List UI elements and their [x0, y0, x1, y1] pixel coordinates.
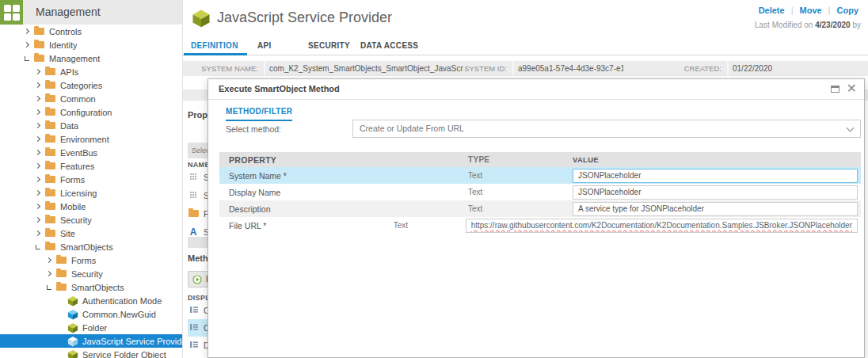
sidebar-item-authentication-mode[interactable]: Authentication Mode [0, 294, 182, 307]
expand-icon[interactable] [35, 70, 45, 74]
sidebar-item-management[interactable]: Management [0, 51, 182, 65]
sidebar-item-common[interactable]: Common [0, 92, 182, 105]
sidebar-item-common-newguid[interactable]: Common.NewGuid [0, 307, 182, 321]
folder-icon [45, 68, 55, 75]
sidebar-item-service-folder-object[interactable]: Service Folder Object [0, 348, 182, 358]
collapse-icon[interactable] [24, 56, 34, 61]
expand-icon[interactable] [46, 258, 56, 262]
sidebar-item-label: Forms [71, 256, 96, 265]
value-cell: https://raw.githubusercontent.com/K2Docu… [466, 219, 861, 233]
sidebar-item-environment[interactable]: Environment [0, 132, 182, 146]
info-value: com_K2_System_SmartObjects_SmartObject_J… [264, 61, 463, 76]
sidebar-item-label: Management [49, 54, 100, 63]
tab-api[interactable]: API [257, 38, 272, 55]
delete-button[interactable]: Delete [759, 6, 785, 15]
sidebar-item-label: JavaScript Service Provider [82, 337, 182, 346]
sidebar-title: Management [23, 0, 182, 25]
collapse-icon[interactable] [35, 245, 45, 249]
property-cell: System Name * [219, 171, 468, 181]
sidebar-item-configuration[interactable]: Configuration [0, 105, 182, 119]
info-label: CREATED: [623, 61, 727, 76]
expand-icon[interactable] [35, 150, 45, 154]
header-actions: Delete | Move | Copy [759, 6, 858, 15]
value-input[interactable]: A service type for JSONPlaceholder [573, 202, 858, 216]
expand-icon[interactable] [35, 204, 45, 208]
expand-icon[interactable] [24, 43, 34, 47]
smartobject-cube-icon [67, 349, 78, 358]
sidebar-item-licensing[interactable]: Licensing [0, 186, 182, 200]
sidebar-item-folder[interactable]: Folder [0, 321, 182, 334]
sidebar-item-security[interactable]: Security [0, 267, 182, 280]
tab-method-filter[interactable]: METHOD/FILTER [226, 107, 292, 121]
sidebar-item-apis[interactable]: APIs [0, 65, 182, 78]
sidebar-item-label: Folder [82, 323, 107, 333]
sidebar-item-categories[interactable]: Categories [0, 78, 182, 92]
sidebar-item-features[interactable]: Features [0, 159, 182, 173]
sidebar-item-smartobjects[interactable]: SmartObjects [0, 240, 182, 253]
tab-data-access[interactable]: DATA ACCESS [360, 38, 418, 55]
tab-definition[interactable]: DEFINITION [191, 38, 238, 55]
expand-icon[interactable] [35, 110, 45, 114]
smartobject-cube-icon [67, 336, 78, 347]
execute-smartobject-method-dialog: Execute SmartObject Method ✕ METHOD/FILT… [207, 78, 865, 358]
move-button[interactable]: Move [800, 6, 822, 15]
table-row[interactable]: File URL *Texthttps://raw.githubusercont… [219, 217, 861, 234]
expand-icon[interactable] [24, 29, 34, 33]
expand-icon[interactable] [35, 177, 45, 181]
tab-security[interactable]: SECURITY [308, 38, 350, 55]
collapse-icon[interactable] [46, 285, 56, 290]
expand-icon[interactable] [46, 272, 56, 276]
sidebar-item-label: Categories [60, 81, 102, 90]
folder-icon [56, 284, 67, 291]
smartobject-cube-icon [67, 309, 78, 320]
close-icon[interactable]: ✕ [847, 81, 857, 97]
expand-icon[interactable] [35, 83, 45, 87]
expand-icon[interactable] [35, 164, 45, 168]
sidebar-item-controls[interactable]: Controls [0, 25, 182, 38]
sidebar-item-label: Forms [60, 175, 85, 185]
sidebar-item-smartobjects[interactable]: SmartObjects [0, 280, 182, 294]
folder-icon [45, 109, 55, 116]
folder-icon [45, 149, 55, 156]
property-cell: Display Name [219, 188, 468, 197]
sidebar-item-forms[interactable]: Forms [0, 253, 182, 267]
sidebar-item-eventbus[interactable]: EventBus [0, 146, 182, 159]
sidebar-item-javascript-service-provider[interactable]: JavaScript Service Provider [0, 334, 182, 348]
folder-icon [45, 176, 55, 183]
folder-icon [45, 122, 55, 129]
folder-icon [56, 270, 67, 277]
value-input[interactable]: JSONPlaceholder [573, 185, 858, 200]
expand-icon[interactable] [35, 231, 45, 235]
table-row[interactable]: DescriptionTextA service type for JSONPl… [219, 200, 861, 217]
sidebar-item-data[interactable]: Data [0, 119, 182, 132]
waffle-menu-icon[interactable] [0, 0, 23, 25]
sidebar-item-forms[interactable]: Forms [0, 173, 182, 186]
table-row[interactable]: Display NameTextJSONPlaceholder [219, 184, 861, 200]
copy-button[interactable]: Copy [837, 6, 859, 15]
dialog-title: Execute SmartObject Method [208, 79, 864, 99]
expand-icon[interactable] [35, 124, 45, 128]
value-input[interactable]: JSONPlaceholder [573, 169, 858, 183]
sidebar-item-site[interactable]: Site [0, 227, 182, 240]
sidebar-item-security[interactable]: Security [0, 213, 182, 227]
expand-icon[interactable] [35, 97, 45, 101]
maximize-icon[interactable] [831, 86, 839, 93]
method-select[interactable]: Create or Update From URL [352, 120, 861, 138]
sidebar-item-identity[interactable]: Identity [0, 38, 182, 51]
folder-icon [45, 189, 55, 196]
value-input[interactable]: https://raw.githubusercontent.com/K2Docu… [466, 219, 858, 233]
play-icon [192, 275, 202, 284]
folder-icon [34, 55, 44, 62]
expand-icon[interactable] [35, 191, 45, 195]
expand-icon[interactable] [35, 137, 45, 141]
sidebar-item-label: Service Folder Object [82, 350, 166, 358]
table-row[interactable]: System Name *TextJSONPlaceholder [219, 167, 861, 184]
property-cell: Description [219, 204, 468, 214]
sidebar-item-mobile[interactable]: Mobile [0, 200, 182, 213]
folder-icon [45, 135, 55, 143]
app-window: Management ControlsIdentityManagementAPI… [0, 0, 868, 358]
type-cell: Text [468, 188, 573, 196]
value-cell: A service type for JSONPlaceholder [573, 202, 861, 216]
expand-icon[interactable] [35, 218, 45, 222]
method-select-value: Create or Update From URL [353, 120, 860, 137]
